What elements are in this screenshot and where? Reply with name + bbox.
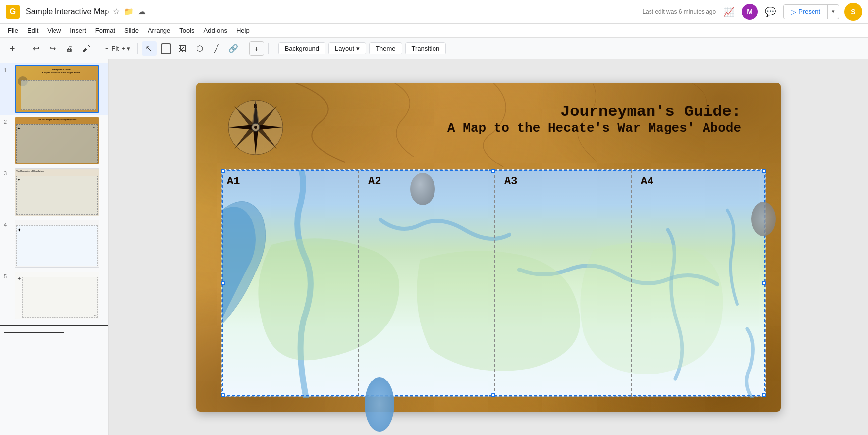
slide-4-thumbnail: ✦ xyxy=(15,220,99,268)
slide-title: Journeyman's Guide: A Map to the Hecate'… xyxy=(447,103,741,136)
image-insert-button[interactable]: 🖼 xyxy=(175,41,190,56)
slide-title-line2: A Map to the Hecate's War Mages' Abode xyxy=(447,121,741,136)
slide-3-number: 3 xyxy=(4,170,12,176)
toolbar: + ↩ ↪ 🖨 🖌 − Fit + ▾ ↖ 🖼 ⬡ ╱ 🔗 + Backgrou… xyxy=(0,38,868,59)
chat-icon[interactable]: 💬 xyxy=(762,4,778,20)
col-label-a2: A2 xyxy=(368,175,381,188)
zoom-out-icon: − xyxy=(105,45,109,52)
star-icon[interactable]: ☆ xyxy=(113,7,120,16)
menu-view[interactable]: View xyxy=(43,26,65,35)
menu-bar: File Edit View Insert Format Slide Arran… xyxy=(0,24,868,38)
shape-tool-button[interactable]: ⬡ xyxy=(192,41,207,56)
user-avatar[interactable]: S xyxy=(844,3,862,21)
slide-edit-buttons: Background Layout ▾ Theme Transition xyxy=(278,42,446,54)
layout-dropdown-icon: ▾ xyxy=(356,45,360,52)
slide-5-number: 5 xyxy=(4,273,12,279)
link-insert-button[interactable]: 🔗 xyxy=(226,41,241,56)
menu-tools[interactable]: Tools xyxy=(175,26,198,35)
slide-2-item[interactable]: 2 The War Mages' Abode (The Quarry Post)… xyxy=(0,115,108,166)
background-button[interactable]: Background xyxy=(278,42,326,54)
last-edit-text: Last edit was 6 minutes ago xyxy=(642,8,716,15)
doc-title: Sample Interactive Map xyxy=(26,7,109,16)
cursor-tool-button[interactable]: ↖ xyxy=(142,41,157,56)
menu-edit[interactable]: Edit xyxy=(23,26,42,35)
layout-button[interactable]: Layout ▾ xyxy=(328,42,366,54)
theme-button[interactable]: Theme xyxy=(369,42,402,54)
compass-rose: N xyxy=(226,98,285,157)
toolbar-separator-4 xyxy=(245,43,245,54)
zoom-dropdown-icon: ▾ xyxy=(127,45,130,52)
add-slide-button[interactable]: + xyxy=(5,41,20,56)
present-dropdown-button[interactable]: ▾ xyxy=(828,5,839,18)
gray-bubble-a1 xyxy=(410,173,435,205)
print-button[interactable]: 🖨 xyxy=(62,41,77,56)
slide-4-number: 4 xyxy=(4,222,12,228)
svg-text:N: N xyxy=(254,103,257,109)
zoom-in-icon: + xyxy=(122,45,126,52)
slide-1-item[interactable]: 1 Journeyman's Guide:A Map to the Hecate… xyxy=(0,63,108,115)
col-label-a1: A1 xyxy=(227,175,240,188)
canvas-area[interactable]: N Journeyman's Guide: A Map to the Hecat… xyxy=(109,59,868,435)
select-box-tool-button[interactable] xyxy=(161,43,171,54)
menu-addons[interactable]: Add-ons xyxy=(200,26,231,35)
present-main-button[interactable]: ▷ Present xyxy=(784,5,828,19)
gray-blob xyxy=(751,202,776,236)
toolbar-separator-5 xyxy=(268,43,269,54)
redo-button[interactable]: ↪ xyxy=(45,41,60,56)
cloud-icon[interactable]: ☁ xyxy=(138,7,146,16)
folder-icon[interactable]: 📁 xyxy=(124,7,134,16)
grid-col-3 xyxy=(494,170,495,396)
slide-3-item[interactable]: 3 The Mountains of Desolation ✦ xyxy=(0,166,108,218)
slide-title-line1: Journeyman's Guide: xyxy=(447,103,741,121)
map-grid-area[interactable]: A1 A2 A3 A4 xyxy=(221,169,766,397)
svg-point-11 xyxy=(254,126,257,129)
doc-title-area: Sample Interactive Map ☆ 📁 ☁ xyxy=(26,7,638,16)
undo-button[interactable]: ↩ xyxy=(28,41,43,56)
grid-col-2 xyxy=(358,170,359,396)
app-logo[interactable]: G xyxy=(6,5,20,19)
col-label-a4: A4 xyxy=(641,175,653,188)
menu-help[interactable]: Help xyxy=(232,26,254,35)
slide-1-thumbnail: Journeyman's Guide:A Map to the Hecate's… xyxy=(15,65,99,113)
present-button-group: ▷ Present ▾ xyxy=(783,4,839,19)
slide-2-thumbnail: The War Mages' Abode (The Quarry Post) ✦… xyxy=(15,117,99,164)
menu-arrange[interactable]: Arrange xyxy=(144,26,174,35)
slide-3-thumbnail: The Mountains of Desolation ✦ xyxy=(15,168,99,216)
paint-format-button[interactable]: 🖌 xyxy=(79,41,94,56)
slide-4-item[interactable]: 4 ✦ xyxy=(0,218,108,270)
slide-canvas: N Journeyman's Guide: A Map to the Hecat… xyxy=(196,83,781,412)
top-right-actions: Last edit was 6 minutes ago 📈 M 💬 ▷ Pres… xyxy=(642,3,862,21)
toolbar-separator-2 xyxy=(98,43,98,54)
menu-slide[interactable]: Slide xyxy=(120,26,143,35)
collaborator-avatar-purple[interactable]: M xyxy=(742,4,758,20)
main-layout: 1 Journeyman's Guide:A Map to the Hecate… xyxy=(0,59,868,435)
slide-5-thumbnail: ✦ Av. xyxy=(15,272,99,319)
grid-col-4 xyxy=(631,170,632,396)
menu-file[interactable]: File xyxy=(4,26,22,35)
menu-insert[interactable]: Insert xyxy=(66,26,90,35)
zoom-value: Fit xyxy=(112,45,119,52)
zoom-control[interactable]: − Fit + ▾ xyxy=(102,44,133,53)
slide-5-item[interactable]: 5 ✦ Av. xyxy=(0,270,108,321)
trending-icon[interactable]: 📈 xyxy=(721,4,737,20)
slide-1-number: 1 xyxy=(4,67,12,73)
col-label-a3: A3 xyxy=(504,175,517,188)
slide-2-number: 2 xyxy=(4,119,12,125)
insert-comment-button[interactable]: + xyxy=(249,41,264,56)
transition-button[interactable]: Transition xyxy=(405,42,446,54)
blue-blob-bottom xyxy=(365,377,394,432)
toolbar-separator-3 xyxy=(137,43,138,54)
toolbar-separator-1 xyxy=(24,43,24,54)
top-bar: G Sample Interactive Map ☆ 📁 ☁ Last edit… xyxy=(0,0,868,24)
slide-panel: 1 Journeyman's Guide:A Map to the Hecate… xyxy=(0,59,109,435)
menu-format[interactable]: Format xyxy=(91,26,119,35)
line-tool-button[interactable]: ╱ xyxy=(209,41,224,56)
